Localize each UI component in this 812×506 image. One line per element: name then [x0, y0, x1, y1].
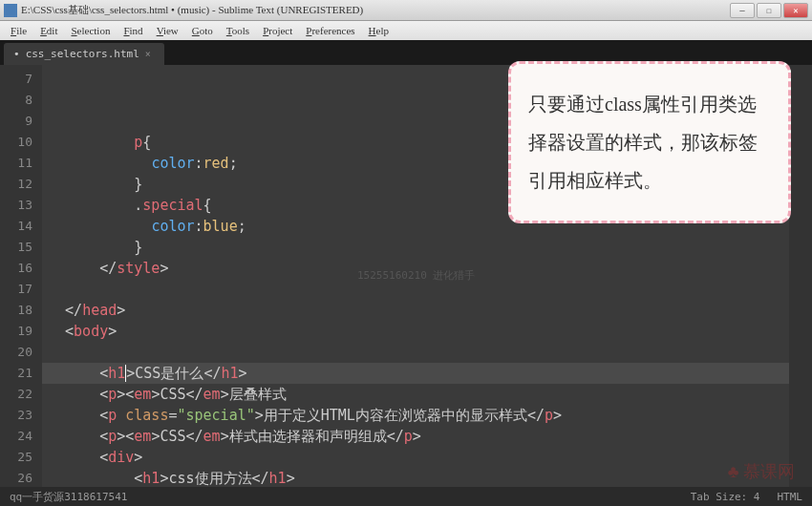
close-button[interactable]: ✕ — [783, 3, 808, 18]
tab-dirty-icon: • — [13, 48, 20, 60]
minimize-button[interactable]: — — [730, 3, 755, 18]
code-line[interactable]: <p><em>CSS</em>层叠样式 — [48, 384, 789, 405]
menu-preferences[interactable]: Preferences — [299, 23, 361, 38]
menu-find[interactable]: Find — [117, 23, 149, 38]
code-line[interactable]: <p class="special">用于定义HTML内容在浏览器中的显示样式<… — [48, 405, 789, 426]
window-title: E:\CSS\css基础\css_selectors.html • (music… — [21, 3, 730, 17]
window-titlebar: E:\CSS\css基础\css_selectors.html • (music… — [0, 0, 812, 21]
tab-file[interactable]: • css_selectors.html × — [4, 43, 164, 65]
menu-goto[interactable]: Goto — [185, 23, 220, 38]
menu-tools[interactable]: Tools — [220, 23, 256, 38]
code-line[interactable]: </head> — [48, 300, 789, 321]
menu-selection[interactable]: Selection — [64, 23, 117, 38]
code-line[interactable]: <h1>css使用方法</h1> — [48, 468, 789, 489]
annotation-text: 只要通过class属性引用类选择器设置的样式，那该标签引用相应样式。 — [528, 94, 758, 191]
menu-help[interactable]: Help — [362, 23, 395, 38]
brand-logo: ♣ 慕课网 — [728, 460, 795, 483]
app-icon — [4, 4, 17, 17]
code-line[interactable]: <div> — [48, 447, 789, 468]
status-left: qq一手货源3118617541 — [10, 490, 127, 504]
tab-close-icon[interactable]: × — [145, 49, 151, 59]
menu-view[interactable]: View — [150, 23, 185, 38]
window-controls: — ☐ ✕ — [730, 3, 808, 18]
code-line[interactable]: <p><em>CSS</em>样式由选择器和声明组成</p> — [48, 426, 789, 447]
menu-project[interactable]: Project — [256, 23, 299, 38]
code-line[interactable] — [48, 342, 789, 363]
line-number-gutter: 789101112131415161718192021222324252627 — [0, 65, 42, 487]
code-line[interactable]: <h1>CSS是什么</h1> — [42, 363, 789, 384]
menu-edit[interactable]: Edit — [33, 23, 64, 38]
status-language[interactable]: HTML — [778, 491, 803, 503]
menu-bar: File Edit Selection Find View Goto Tools… — [0, 21, 812, 40]
minimap[interactable] — [789, 65, 812, 487]
annotation-box: 只要通过class属性引用类选择器设置的样式，那该标签引用相应样式。 — [508, 61, 791, 223]
code-line[interactable]: <body> — [48, 321, 789, 342]
status-bar: qq一手货源3118617541 Tab Size: 4 HTML — [0, 487, 812, 506]
maximize-button[interactable]: ☐ — [757, 3, 781, 18]
code-line[interactable]: } — [48, 237, 789, 258]
status-tabsize[interactable]: Tab Size: 4 — [691, 491, 760, 503]
watermark-text: 15255160210 进化猎手 — [357, 265, 475, 286]
tab-label: css_selectors.html — [26, 48, 139, 60]
menu-file[interactable]: File — [4, 23, 33, 38]
